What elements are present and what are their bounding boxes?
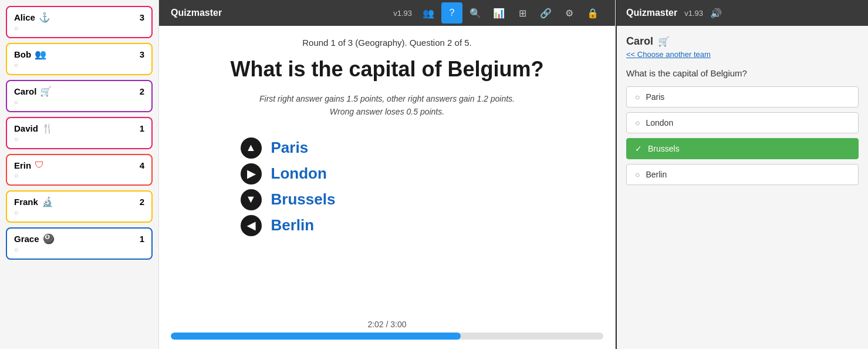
search-nav-icon[interactable]: 🔍 (465, 2, 486, 24)
player-score: 2 (140, 86, 144, 96)
right-content: Carol 🛒 << Choose another team What is t… (617, 26, 868, 349)
player-name: Grace (14, 234, 39, 244)
right-panel: Quizmaster v1.93 🔊 Carol 🛒 << Choose ano… (616, 0, 868, 349)
player-card-top: Alice ⚓ 3 (14, 12, 144, 23)
player-icon: 🎱 (43, 233, 55, 244)
player-card-top: Frank 🔬 2 (14, 196, 144, 207)
answer-option-label: Berlin (646, 170, 667, 179)
right-answers-list: ○ Paris ○ London ✓ Brussels ○ Berlin (626, 86, 859, 185)
right-answer-berlin[interactable]: ○ Berlin (626, 164, 859, 185)
player-icon: ⚓ (39, 12, 50, 23)
answer-option-icon: ✓ (635, 144, 642, 153)
right-question: What is the capital of Belgium? (626, 68, 859, 78)
player-icon: 👥 (35, 49, 46, 60)
answers-list: ▲ Paris ▶ London ▼ Brussels ◀ Berlin (241, 136, 534, 237)
answer-item-london: ▶ London (241, 162, 534, 186)
answer-option-label: London (646, 118, 673, 127)
player-card-top: Erin 🛡 4 (14, 160, 144, 170)
player-score: 1 (140, 234, 144, 244)
player-radio: ○ (14, 172, 144, 180)
app-title: Quizmaster (171, 8, 222, 18)
question-title: What is the capital of Belgium? (230, 57, 543, 82)
timer-area: 2:02 / 3:00 (159, 314, 615, 349)
main-panel: Quizmaster v1.93 👥 ? 🔍 📊 ⊞ 🔗 ⚙ 🔒 Round 1… (158, 0, 616, 349)
right-top-bar: Quizmaster v1.93 🔊 (617, 0, 868, 26)
player-card-carol[interactable]: Carol 🛒 2 ○ (6, 80, 153, 112)
table-nav-icon[interactable]: ⊞ (512, 2, 533, 24)
player-score: 4 (140, 160, 144, 170)
answer-icon-london: ▶ (241, 163, 262, 184)
timer-label: 2:02 / 3:00 (171, 320, 603, 329)
player-icon: 🔬 (42, 196, 53, 207)
right-answer-brussels[interactable]: ✓ Brussels (626, 138, 859, 159)
top-nav: Quizmaster v1.93 👥 ? 🔍 📊 ⊞ 🔗 ⚙ 🔒 (159, 0, 615, 26)
timer-bar-fill (171, 333, 461, 340)
carol-name: Carol (626, 35, 653, 48)
right-speaker-icon: 🔊 (710, 8, 722, 19)
timer-bar-background (171, 333, 603, 340)
right-answer-london[interactable]: ○ London (626, 112, 859, 133)
player-score: 3 (140, 49, 144, 59)
nav-icons: 👥 ? 🔍 📊 ⊞ 🔗 ⚙ 🔒 (418, 2, 603, 24)
player-name: Carol (14, 86, 36, 96)
right-version: v1.93 (684, 9, 703, 18)
player-name: Frank (14, 197, 38, 207)
settings-nav-icon[interactable]: ⚙ (559, 2, 580, 24)
answer-option-icon: ○ (635, 170, 640, 179)
question-nav-icon[interactable]: ? (441, 2, 462, 24)
answer-option-label: Brussels (648, 144, 680, 153)
answer-option-label: Paris (646, 92, 664, 102)
player-card-erin[interactable]: Erin 🛡 4 ○ (6, 154, 153, 186)
player-radio: ○ (14, 209, 144, 217)
answer-option-icon: ○ (635, 92, 640, 102)
player-score: 1 (140, 123, 144, 133)
player-card-david[interactable]: David 🍴 1 ○ (6, 117, 153, 149)
answer-item-brussels: ▼ Brussels (241, 188, 534, 212)
carol-header: Carol 🛒 (626, 35, 859, 48)
player-radio: ○ (14, 24, 144, 32)
carol-icon: 🛒 (658, 36, 670, 47)
answer-icon-brussels: ▼ (241, 189, 262, 210)
player-radio: ○ (14, 135, 144, 143)
answer-item-berlin: ◀ Berlin (241, 214, 534, 237)
player-icon: 🛒 (40, 86, 52, 97)
player-name: David (14, 123, 38, 133)
player-name: Erin (14, 160, 31, 170)
player-card-top: Grace 🎱 1 (14, 233, 144, 244)
player-name: Alice (14, 12, 35, 22)
answer-label-brussels: Brussels (271, 190, 336, 209)
scoring-info: First right answer gains 1.5 points, oth… (259, 92, 515, 119)
player-card-grace[interactable]: Grace 🎱 1 ○ (6, 227, 153, 260)
player-icon: 🛡 (35, 160, 44, 170)
player-name: Bob (14, 49, 31, 59)
answer-icon-berlin: ◀ (241, 215, 262, 236)
link-nav-icon[interactable]: 🔗 (535, 2, 556, 24)
player-radio: ○ (14, 98, 144, 106)
round-info: Round 1 of 3 (Geography). Question 2 of … (302, 38, 472, 48)
answer-option-icon: ○ (635, 118, 640, 127)
answer-label-berlin: Berlin (271, 216, 315, 234)
player-card-top: David 🍴 1 (14, 123, 144, 134)
player-card-top: Bob 👥 3 (14, 49, 144, 60)
question-area: Round 1 of 3 (Geography). Question 2 of … (159, 26, 615, 314)
answer-label-paris: Paris (271, 139, 309, 157)
version-label: v1.93 (393, 9, 412, 18)
player-card-alice[interactable]: Alice ⚓ 3 ○ (6, 6, 153, 38)
right-app-title: Quizmaster (626, 8, 677, 18)
player-card-bob[interactable]: Bob 👥 3 ○ (6, 43, 153, 75)
chart-nav-icon[interactable]: 📊 (488, 2, 509, 24)
users-nav-icon[interactable]: 👥 (418, 2, 439, 24)
choose-team-link[interactable]: << Choose another team (626, 50, 859, 59)
player-card-top: Carol 🛒 2 (14, 86, 144, 97)
player-icon: 🍴 (42, 123, 53, 134)
answer-icon-paris: ▲ (241, 137, 262, 159)
player-score: 3 (140, 12, 144, 22)
player-radio: ○ (14, 246, 144, 254)
answer-item-paris: ▲ Paris (241, 136, 534, 160)
right-answer-paris[interactable]: ○ Paris (626, 86, 859, 108)
player-radio: ○ (14, 61, 144, 69)
player-score: 2 (140, 197, 144, 207)
answer-label-london: London (271, 165, 327, 183)
player-card-frank[interactable]: Frank 🔬 2 ○ (6, 190, 153, 223)
lock-nav-icon[interactable]: 🔒 (582, 2, 603, 24)
